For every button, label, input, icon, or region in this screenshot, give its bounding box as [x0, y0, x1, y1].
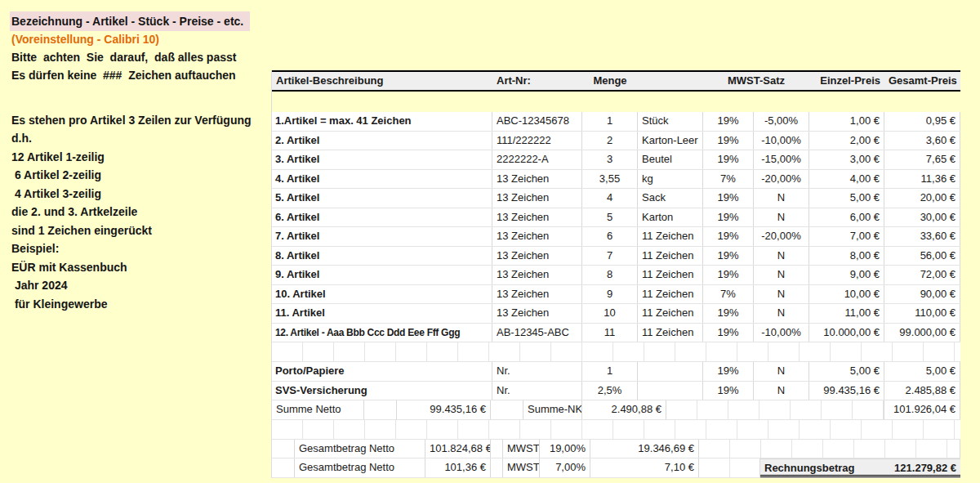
empty-cell[interactable] — [272, 440, 295, 458]
cell-artnr[interactable]: 13 Zeichen — [492, 208, 582, 227]
mwst-betrag-value[interactable]: 7,10 € — [590, 458, 699, 477]
cell-beschreibung[interactable]: 4. Artikel — [272, 170, 492, 189]
cell-einheit[interactable]: 11 Zeichen — [638, 266, 703, 284]
cell-gesamtpreis[interactable]: 72,00 € — [884, 266, 960, 284]
cell-einheit[interactable]: 11 Zeichen — [638, 285, 703, 304]
mwst-betrag-value[interactable]: 19.346,69 € — [590, 440, 699, 458]
cell-einheit[interactable]: 11 Zeichen — [638, 324, 703, 342]
cell-menge[interactable]: 4 — [582, 189, 638, 208]
cell-rabatt[interactable]: -15,00% — [754, 150, 809, 169]
cell-gesamtpreis[interactable]: 2.485,88 € — [884, 382, 960, 400]
empty-cell[interactable] — [491, 458, 503, 477]
cell-rabatt[interactable]: N — [754, 285, 809, 304]
cell-beschreibung[interactable]: 1.Artikel = max. 41 Zeichen — [272, 112, 492, 131]
cell-einzelpreis[interactable]: 9,00 € — [809, 266, 884, 284]
cell-menge[interactable]: 1 — [582, 112, 638, 131]
cell-rabatt[interactable]: N — [754, 247, 809, 266]
cell-gesamtpreis[interactable]: 0,95 € — [884, 112, 960, 131]
cell-mwst[interactable]: 19% — [703, 112, 754, 131]
cell-beschreibung[interactable]: SVS-Versicherung — [272, 382, 492, 400]
cell-gesamtpreis[interactable]: 7,65 € — [884, 150, 960, 169]
cell-beschreibung[interactable]: 10. Artikel — [272, 285, 492, 304]
cell-artnr[interactable]: 13 Zeichen — [492, 170, 582, 189]
cell-rabatt[interactable]: -10,00% — [754, 324, 809, 342]
mwst-satz-value[interactable]: 19,00% — [540, 440, 590, 458]
cell-beschreibung[interactable]: 5. Artikel — [272, 189, 492, 208]
cell-artnr[interactable]: AB-12345-ABC — [492, 324, 582, 342]
cell-menge[interactable]: 9 — [582, 285, 638, 304]
cell-mwst[interactable]: 19% — [703, 362, 754, 381]
cell-einheit[interactable]: 11 Zeichen — [638, 304, 703, 323]
cell-gesamtpreis[interactable]: 3,60 € — [884, 132, 960, 150]
cell-artnr[interactable]: 13 Zeichen — [492, 304, 582, 323]
cell-artnr[interactable]: Nr. — [492, 362, 582, 381]
cell-einzelpreis[interactable]: 7,00 € — [809, 227, 884, 246]
cell-artnr[interactable]: 111/222222 — [492, 132, 582, 150]
cell-menge[interactable]: 11 — [582, 324, 638, 342]
cell-einzelpreis[interactable]: 11,00 € — [809, 304, 884, 323]
cell-einheit[interactable]: Sack — [638, 189, 703, 208]
cell-gesamtpreis[interactable]: 11,36 € — [884, 170, 960, 189]
cell-rabatt[interactable]: -20,00% — [754, 227, 809, 246]
cell-gesamtpreis[interactable]: 33,60 € — [884, 227, 960, 246]
summe-nk-value[interactable]: 2.490,88 € — [582, 400, 666, 419]
cell-artnr[interactable]: 13 Zeichen — [492, 285, 582, 304]
mwst-satz-value[interactable]: 7,00% — [540, 458, 590, 477]
cell-menge[interactable]: 3 — [582, 150, 638, 169]
cell-menge[interactable]: 8 — [582, 266, 638, 284]
cell-einzelpreis[interactable]: 1,00 € — [809, 112, 884, 131]
cell-gesamtpreis[interactable]: 90,00 € — [884, 285, 960, 304]
cell-rabatt[interactable]: N — [754, 266, 809, 284]
cell-einheit[interactable]: 11 Zeichen — [638, 227, 703, 246]
cell-einzelpreis[interactable]: 2,00 € — [809, 132, 884, 150]
cell-menge[interactable]: 3,55 — [582, 170, 638, 189]
cell-gesamtpreis[interactable]: 30,00 € — [884, 208, 960, 227]
cell-einheit[interactable] — [638, 362, 703, 381]
cell-mwst[interactable]: 7% — [703, 170, 754, 189]
cell-mwst[interactable]: 19% — [703, 382, 754, 400]
cell-einzelpreis[interactable]: 5,00 € — [809, 189, 884, 208]
cell-mwst[interactable]: 19% — [703, 208, 754, 227]
cell-einzelpreis[interactable]: 5,00 € — [809, 362, 884, 381]
cell-menge[interactable]: 2,5% — [582, 382, 638, 400]
cell-menge[interactable]: 5 — [582, 208, 638, 227]
cell-gesamtpreis[interactable]: 99.000,00 € — [884, 324, 960, 342]
gesamtbetrag-value[interactable]: 101.824,68 € — [425, 440, 491, 458]
gesamtbetrag-value[interactable]: 101,36 € — [425, 458, 491, 477]
cell-einheit[interactable]: 11 Zeichen — [638, 247, 703, 266]
cell-menge[interactable]: 6 — [582, 227, 638, 246]
cell-menge[interactable]: 2 — [582, 132, 638, 150]
cell-artnr[interactable]: 13 Zeichen — [492, 189, 582, 208]
empty-cell[interactable] — [666, 400, 884, 419]
cell-einheit[interactable]: kg — [638, 170, 703, 189]
cell-beschreibung[interactable]: 9. Artikel — [272, 266, 492, 284]
cell-beschreibung[interactable]: 2. Artikel — [272, 132, 492, 150]
cell-mwst[interactable]: 19% — [703, 189, 754, 208]
cell-rabatt[interactable]: N — [754, 362, 809, 381]
cell-rabatt[interactable]: -20,00% — [754, 170, 809, 189]
cell-einzelpreis[interactable]: 8,00 € — [809, 247, 884, 266]
summe-total-value[interactable]: 101.926,04 € — [884, 400, 960, 419]
cell-mwst[interactable]: 19% — [703, 304, 754, 323]
cell-artnr[interactable]: 2222222-A — [492, 150, 582, 169]
cell-beschreibung[interactable]: 6. Artikel — [272, 208, 492, 227]
cell-menge[interactable]: 1 — [582, 362, 638, 381]
cell-mwst[interactable]: 19% — [703, 324, 754, 342]
cell-einzelpreis[interactable]: 10,00 € — [809, 285, 884, 304]
cell-menge[interactable]: 10 — [582, 304, 638, 323]
cell-einheit[interactable]: Karton — [638, 208, 703, 227]
cell-artnr[interactable]: 13 Zeichen — [492, 266, 582, 284]
cell-beschreibung[interactable]: 7. Artikel — [272, 227, 492, 246]
cell-mwst[interactable]: 19% — [703, 150, 754, 169]
cell-einheit[interactable]: Karton-Leer — [638, 132, 703, 150]
cell-beschreibung[interactable]: 11. Artikel — [272, 304, 492, 323]
empty-cell[interactable] — [272, 458, 295, 477]
cell-beschreibung[interactable]: 8. Artikel — [272, 247, 492, 266]
cell-beschreibung[interactable]: 12. Artikel - Aaa Bbb Ccc Ddd Eee Fff Gg… — [272, 324, 492, 342]
cell-mwst[interactable]: 19% — [703, 266, 754, 284]
cell-artnr[interactable]: 13 Zeichen — [492, 227, 582, 246]
cell-rabatt[interactable]: -10,00% — [754, 132, 809, 150]
cell-rabatt[interactable]: -5,00% — [754, 112, 809, 131]
cell-artnr[interactable]: Nr. — [492, 382, 582, 400]
cell-gesamtpreis[interactable]: 20,00 € — [884, 189, 960, 208]
